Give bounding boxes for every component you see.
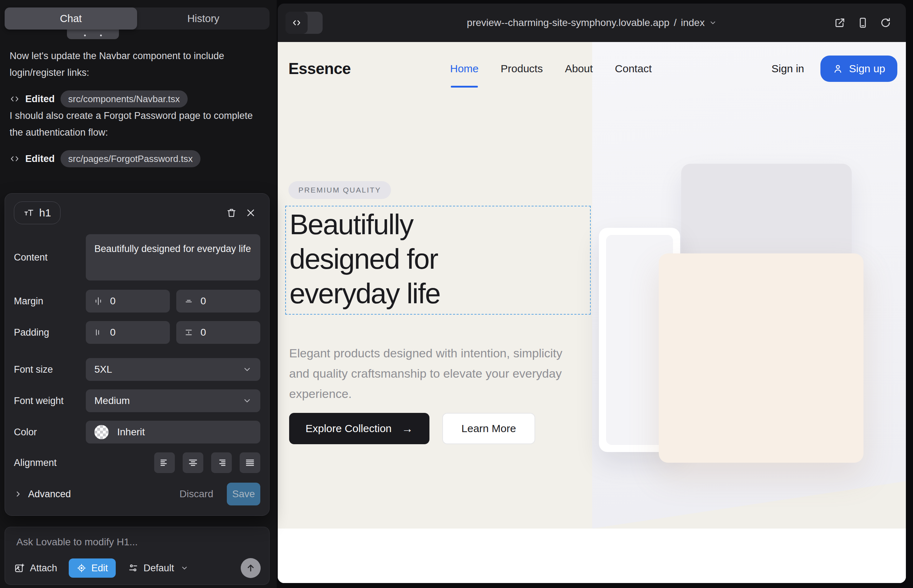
margin-y-input[interactable]: 0 (176, 290, 260, 312)
assistant-message: Now let's update the Navbar component to… (10, 48, 268, 81)
align-justify-button[interactable] (240, 452, 260, 473)
content-label: Content (14, 252, 86, 263)
nav-link-about[interactable]: About (565, 63, 592, 75)
url-separator: / (674, 17, 677, 29)
browser-chrome: preview--charming-site-symphony.lovable.… (278, 3, 906, 42)
mobile-view-button[interactable] (857, 17, 869, 29)
preview-window: preview--charming-site-symphony.lovable.… (278, 3, 906, 583)
hero-heading[interactable]: Beautifully designed for everyday life (290, 207, 590, 311)
alignment-label: Alignment (14, 457, 86, 468)
chevron-down-icon (243, 365, 252, 374)
nav-link-products[interactable]: Products (501, 63, 543, 75)
font-weight-select[interactable]: Medium (86, 389, 260, 412)
chat-composer[interactable]: Ask Lovable to modify H1... Attach Edit (5, 527, 270, 585)
url-bar[interactable]: preview--charming-site-symphony.lovable.… (278, 3, 906, 42)
chat-sidebar: Chat History Now let's update the Navbar… (0, 0, 277, 588)
margin-vertical-icon (184, 297, 193, 306)
margin-x-value: 0 (110, 296, 116, 307)
margin-y-value: 0 (201, 296, 206, 307)
selected-element-chip[interactable]: h1 (14, 202, 60, 224)
tab-chat[interactable]: Chat (5, 8, 137, 29)
color-picker[interactable]: Inherit (86, 421, 260, 444)
attach-button[interactable]: Attach (14, 563, 57, 574)
selected-h1-outline[interactable]: Beautifully designed for everyday life (285, 206, 591, 315)
sign-up-button[interactable]: Sign up (821, 55, 897, 82)
hero-paragraph: Elegant products designed with intention… (289, 343, 578, 404)
user-icon (832, 63, 843, 74)
tab-history[interactable]: History (137, 8, 270, 29)
margin-x-input[interactable]: 0 (86, 290, 170, 312)
hero-cta-row: Explore Collection → Learn More (289, 413, 535, 444)
hero-card-beige (659, 254, 863, 463)
site-navbar: Essence Home Products About Contact Sign… (278, 42, 906, 95)
padding-label: Padding (14, 327, 86, 338)
element-editor-panel: h1 Content Beautifully designed fo (5, 193, 270, 516)
sliders-icon (128, 563, 139, 573)
edit-mode-button[interactable]: Edit (69, 559, 116, 578)
color-label: Color (14, 427, 86, 438)
sign-up-label: Sign up (849, 63, 885, 75)
margin-horizontal-icon (94, 297, 103, 306)
explore-label: Explore Collection (306, 423, 392, 435)
font-weight-value: Medium (94, 395, 130, 407)
open-in-new-tab-button[interactable] (834, 17, 846, 29)
font-size-select[interactable]: 5XL (86, 358, 260, 381)
font-weight-label: Font weight (14, 396, 86, 407)
padding-x-value: 0 (110, 327, 116, 338)
discard-button[interactable]: Discard (180, 488, 213, 500)
premium-badge: PREMIUM QUALITY (288, 181, 391, 199)
send-button[interactable] (241, 558, 261, 578)
site-viewport: Essence Home Products About Contact Sign… (278, 42, 906, 583)
code-icon (10, 94, 19, 104)
assistant-message: I should also create a Forgot Password p… (10, 108, 268, 141)
chevron-down-icon (709, 19, 717, 27)
explore-collection-button[interactable]: Explore Collection → (289, 413, 429, 444)
attach-label: Attach (30, 563, 57, 574)
save-button[interactable]: Save (227, 483, 260, 506)
align-left-button[interactable] (154, 452, 175, 473)
nav-link-home[interactable]: Home (450, 63, 479, 75)
edit-label: Edit (92, 563, 108, 574)
mode-select[interactable]: Default (128, 563, 188, 574)
color-value: Inherit (117, 426, 145, 438)
target-icon (76, 563, 87, 573)
font-size-value: 5XL (94, 364, 112, 375)
mode-label: Default (144, 563, 174, 574)
edited-label: Edited (25, 153, 55, 165)
align-right-button[interactable] (211, 452, 232, 473)
edited-label: Edited (25, 94, 55, 105)
chevron-right-icon (14, 490, 23, 498)
chevron-down-icon (181, 564, 188, 572)
chat-messages: Now let's update the Navbar component to… (10, 48, 268, 167)
nav-links: Home Products About Contact (450, 63, 652, 75)
element-tag: h1 (39, 207, 51, 219)
padding-y-value: 0 (201, 327, 206, 338)
edited-file-row[interactable]: Edited src/pages/ForgotPassword.tsx (10, 150, 268, 167)
padding-x-input[interactable]: 0 (86, 321, 170, 344)
lovable-app: Chat History Now let's update the Navbar… (0, 0, 913, 588)
nav-link-contact[interactable]: Contact (615, 63, 652, 75)
refresh-button[interactable] (879, 17, 892, 29)
close-icon (246, 208, 256, 218)
delete-element-button[interactable] (222, 203, 241, 223)
content-input[interactable]: Beautifully designed for everyday life (86, 234, 260, 281)
edited-file-row[interactable]: Edited src/components/Navbar.tsx (10, 90, 268, 108)
advanced-toggle[interactable]: Advanced (14, 489, 71, 500)
align-center-button[interactable] (183, 452, 203, 473)
typography-icon (24, 207, 34, 218)
code-icon (10, 154, 19, 164)
attach-image-icon (14, 563, 25, 573)
chevron-down-icon (243, 396, 252, 405)
file-chip[interactable]: src/components/Navbar.tsx (60, 90, 188, 108)
hero-section: Essence Home Products About Contact Sign… (278, 42, 906, 528)
file-chip[interactable]: src/pages/ForgotPassword.tsx (60, 150, 201, 167)
site-logo[interactable]: Essence (288, 60, 351, 78)
padding-vertical-icon (184, 328, 193, 337)
learn-more-button[interactable]: Learn More (442, 413, 535, 444)
url-text: preview--charming-site-symphony.lovable.… (467, 17, 669, 29)
color-swatch (94, 425, 108, 439)
close-panel-button[interactable] (241, 203, 260, 223)
sign-in-link[interactable]: Sign in (772, 63, 805, 75)
url-page: index (681, 17, 705, 29)
padding-y-input[interactable]: 0 (176, 321, 260, 344)
